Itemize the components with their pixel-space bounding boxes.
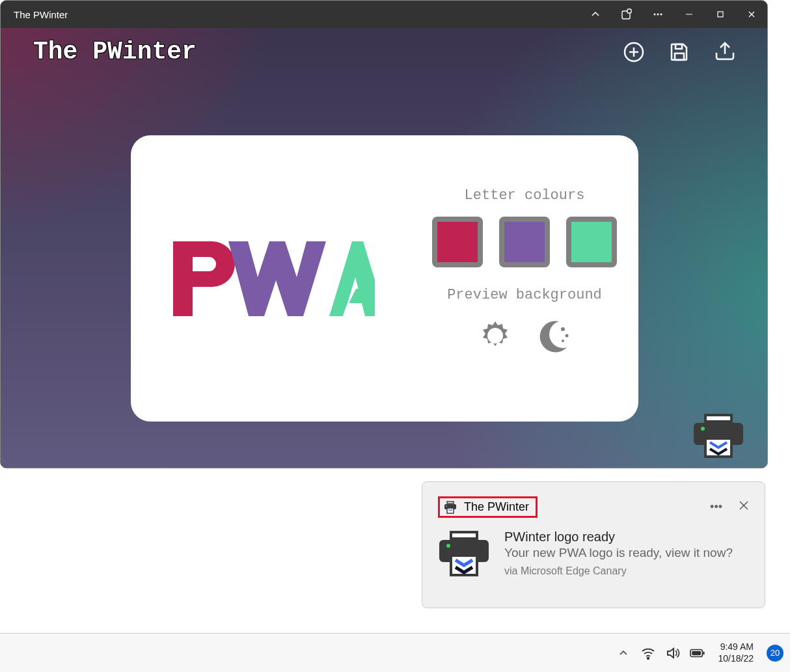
svg-point-3: [657, 14, 659, 16]
share-icon[interactable]: [712, 39, 738, 65]
svg-point-29: [446, 544, 450, 548]
maximize-button[interactable]: [705, 1, 736, 28]
bg-toggles: [417, 316, 632, 355]
colour-swatch-a[interactable]: [566, 217, 617, 267]
window-title: The PWinter: [14, 9, 68, 20]
toast-text: PWinter logo ready Your new PWA logo is …: [504, 530, 749, 579]
svg-point-2: [654, 14, 656, 16]
app-body: The PWinter: [1, 28, 767, 468]
minimize-button[interactable]: [674, 1, 705, 28]
toast-controls: •••: [710, 500, 749, 514]
app-header: The PWinter: [1, 28, 767, 66]
volume-icon[interactable]: [665, 645, 681, 661]
taskbar-clock[interactable]: 9:49 AM 10/18/22: [718, 641, 754, 664]
toast-title: PWinter logo ready: [504, 530, 749, 544]
pwa-logo: [173, 241, 375, 316]
svg-point-15: [487, 328, 503, 343]
svg-rect-34: [703, 651, 704, 654]
taskbar-time: 9:49 AM: [718, 641, 754, 653]
svg-rect-22: [447, 502, 454, 504]
app-title: The PWinter: [33, 38, 197, 66]
colour-swatch-w[interactable]: [499, 217, 550, 267]
svg-rect-1: [627, 9, 631, 13]
svg-rect-6: [718, 12, 723, 17]
toast-app-label: The PWinter: [464, 500, 529, 514]
svg-point-4: [661, 14, 662, 16]
svg-point-20: [701, 427, 705, 431]
printer-icon: [443, 501, 457, 514]
chevron-up-icon[interactable]: [580, 1, 611, 28]
preview-bg-label: Preview background: [417, 287, 632, 303]
controls-panel: Letter colours Preview background: [417, 135, 638, 422]
colour-swatches: [417, 217, 632, 267]
taskbar: 9:49 AM 10/18/22 20: [0, 633, 790, 672]
light-mode-icon[interactable]: [476, 316, 515, 355]
notification-badge[interactable]: 20: [767, 645, 783, 662]
print-button[interactable]: [692, 412, 744, 458]
close-button[interactable]: [736, 1, 767, 28]
toast-more-icon[interactable]: •••: [710, 500, 722, 514]
titlebar-controls: [580, 1, 767, 28]
svg-rect-13: [675, 53, 684, 60]
toast-message: Your new PWA logo is ready, view it now?: [504, 546, 749, 560]
svg-point-17: [565, 334, 569, 338]
battery-icon[interactable]: [690, 645, 705, 661]
svg-point-24: [446, 505, 447, 507]
wifi-icon[interactable]: [640, 645, 656, 661]
svg-point-31: [647, 657, 649, 659]
dark-mode-icon[interactable]: [534, 316, 573, 355]
svg-rect-33: [692, 651, 701, 654]
preview-card: Letter colours Preview background: [131, 135, 638, 422]
logo-preview: [131, 135, 417, 422]
app-actions: [621, 39, 738, 65]
save-icon[interactable]: [666, 39, 692, 65]
tray-chevron-icon[interactable]: [616, 645, 631, 661]
toast-close-icon[interactable]: [739, 500, 749, 514]
svg-point-18: [562, 340, 564, 342]
toast-body: PWinter logo ready Your new PWA logo is …: [438, 530, 749, 579]
svg-point-16: [561, 327, 565, 331]
extensions-icon[interactable]: [611, 1, 642, 28]
toast-app-name-highlighted: The PWinter: [438, 496, 538, 518]
svg-rect-12: [675, 44, 682, 49]
taskbar-date: 10/18/22: [718, 653, 754, 665]
svg-rect-28: [451, 532, 477, 539]
app-window: The PWinter The PWinter: [0, 0, 768, 468]
titlebar: The PWinter: [1, 1, 767, 28]
svg-rect-19: [705, 415, 731, 422]
more-icon[interactable]: [642, 1, 674, 28]
toast-header: The PWinter •••: [438, 496, 749, 518]
toast-via: via Microsoft Edge Canary: [504, 565, 749, 577]
notification-toast: The PWinter ••• PWinter logo ready Your …: [422, 481, 765, 608]
add-icon[interactable]: [621, 39, 647, 65]
toast-icon: [438, 530, 490, 579]
colour-swatch-p[interactable]: [432, 217, 483, 267]
letter-colours-label: Letter colours: [417, 187, 632, 204]
